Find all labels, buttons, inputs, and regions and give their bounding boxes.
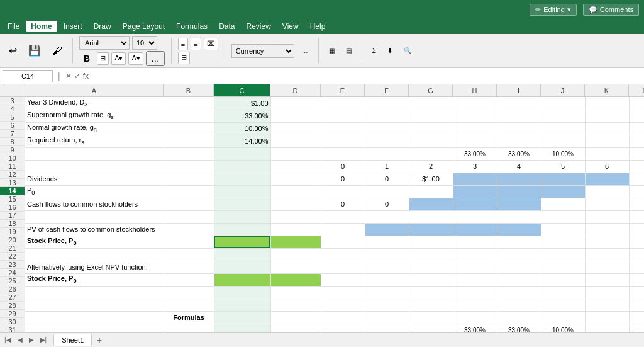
cell-k6[interactable] bbox=[585, 135, 629, 147]
cell-j21[interactable]: 10.00% bbox=[541, 324, 585, 332]
menu-draw[interactable]: Draw bbox=[89, 21, 116, 32]
cell-c7[interactable] bbox=[214, 147, 270, 160]
cell-i13[interactable] bbox=[497, 223, 541, 236]
cell-d7[interactable] bbox=[270, 147, 321, 160]
cell-i12[interactable] bbox=[497, 210, 541, 223]
cell-h11[interactable] bbox=[453, 198, 497, 210]
row-num-12[interactable]: 12 bbox=[0, 171, 25, 179]
cell-f7[interactable] bbox=[365, 147, 409, 160]
cell-j17[interactable] bbox=[541, 273, 585, 286]
cell-c21[interactable] bbox=[214, 324, 270, 332]
cell-g10[interactable] bbox=[409, 185, 453, 198]
cell-h14[interactable] bbox=[453, 236, 497, 248]
font-size-select[interactable]: 10 bbox=[132, 36, 157, 50]
cell-l14[interactable] bbox=[629, 236, 644, 248]
row-num-31[interactable]: 31 bbox=[0, 326, 25, 332]
cell-d14[interactable] bbox=[270, 236, 321, 248]
add-sheet-button[interactable]: + bbox=[92, 333, 107, 347]
cell-g5[interactable] bbox=[409, 122, 453, 135]
cell-g4[interactable] bbox=[409, 110, 453, 122]
cell-e20[interactable] bbox=[321, 311, 365, 324]
col-header-k[interactable]: K bbox=[585, 84, 629, 96]
cell-g8[interactable]: 2 bbox=[409, 160, 453, 173]
next-sheet-button[interactable]: ▶ bbox=[27, 336, 36, 343]
save-button[interactable]: 💾 bbox=[25, 37, 45, 65]
cell-l4[interactable] bbox=[629, 110, 644, 122]
cell-l19[interactable] bbox=[629, 299, 644, 311]
cell-d16[interactable] bbox=[270, 261, 321, 273]
cell-e3[interactable] bbox=[321, 97, 365, 110]
cell-f15[interactable] bbox=[365, 248, 409, 261]
cell-e11[interactable]: 0 bbox=[321, 198, 365, 210]
cell-e12[interactable] bbox=[321, 210, 365, 223]
menu-insert[interactable]: Insert bbox=[58, 21, 87, 32]
row-num-3[interactable]: 3 bbox=[0, 97, 25, 105]
fill-color-button[interactable]: A▾ bbox=[111, 52, 126, 65]
cell-l18[interactable] bbox=[629, 286, 644, 299]
cell-g17[interactable] bbox=[409, 273, 453, 286]
cell-d15[interactable] bbox=[270, 248, 321, 261]
cell-l12[interactable] bbox=[629, 210, 644, 223]
row-num-9[interactable]: 9 bbox=[0, 146, 25, 154]
cell-h6[interactable] bbox=[453, 135, 497, 147]
cell-d3[interactable] bbox=[270, 97, 321, 110]
cell-e5[interactable] bbox=[321, 122, 365, 135]
row-num-10[interactable]: 10 bbox=[0, 154, 25, 162]
cell-f17[interactable] bbox=[365, 273, 409, 286]
cell-j18[interactable] bbox=[541, 286, 585, 299]
cell-a13[interactable]: PV of cash flows to common stockholders bbox=[25, 223, 164, 236]
cell-j3[interactable] bbox=[541, 97, 585, 110]
cell-a12[interactable] bbox=[25, 210, 164, 223]
cell-f18[interactable] bbox=[365, 286, 409, 299]
cell-d21[interactable] bbox=[270, 324, 321, 332]
row-num-26[interactable]: 26 bbox=[0, 285, 25, 293]
cell-l8[interactable] bbox=[629, 160, 644, 173]
cell-b3[interactable] bbox=[164, 97, 214, 110]
cell-i4[interactable] bbox=[497, 110, 541, 122]
cell-f16[interactable] bbox=[365, 261, 409, 273]
number-format-select[interactable]: Currency General Number Percentage bbox=[231, 44, 294, 58]
col-header-a[interactable]: A bbox=[25, 84, 164, 96]
col-header-e[interactable]: E bbox=[321, 84, 365, 96]
cell-f20[interactable] bbox=[365, 311, 409, 324]
cell-a8[interactable] bbox=[25, 160, 164, 173]
cell-i15[interactable] bbox=[497, 248, 541, 261]
format-cells-button[interactable]: ⊞ bbox=[97, 52, 109, 65]
row-num-27[interactable]: 27 bbox=[0, 293, 25, 302]
cell-h16[interactable] bbox=[453, 261, 497, 273]
cell-j14[interactable] bbox=[541, 236, 585, 248]
cell-k20[interactable] bbox=[585, 311, 629, 324]
cell-h4[interactable] bbox=[453, 110, 497, 122]
cell-a3[interactable]: Year 3 Dividend, D3 bbox=[25, 97, 164, 110]
menu-data[interactable]: Data bbox=[214, 21, 240, 32]
cell-l11[interactable] bbox=[629, 198, 644, 210]
font-color-button[interactable]: A▾ bbox=[128, 52, 143, 65]
cell-g6[interactable] bbox=[409, 135, 453, 147]
row-num-16[interactable]: 16 bbox=[0, 203, 25, 212]
cell-e10[interactable] bbox=[321, 185, 365, 198]
cell-f4[interactable] bbox=[365, 110, 409, 122]
cell-b8[interactable] bbox=[164, 160, 214, 173]
cell-j9[interactable] bbox=[541, 173, 585, 185]
cell-j5[interactable] bbox=[541, 122, 585, 135]
cell-c18[interactable] bbox=[214, 286, 270, 299]
cell-f19[interactable] bbox=[365, 299, 409, 311]
cell-h5[interactable] bbox=[453, 122, 497, 135]
cell-f11[interactable]: 0 bbox=[365, 198, 409, 210]
cell-g12[interactable] bbox=[409, 210, 453, 223]
cell-a4[interactable]: Supernormal growth rate, gs bbox=[25, 110, 164, 122]
row-num-17[interactable]: 17 bbox=[0, 212, 25, 220]
cell-i18[interactable] bbox=[497, 286, 541, 299]
cell-l5[interactable] bbox=[629, 122, 644, 135]
cell-b17[interactable] bbox=[164, 273, 214, 286]
wrap-button[interactable]: ⌧ bbox=[204, 38, 218, 50]
cell-l3[interactable] bbox=[629, 97, 644, 110]
cell-g13[interactable] bbox=[409, 223, 453, 236]
cell-g16[interactable] bbox=[409, 261, 453, 273]
undo-button[interactable]: ↩ bbox=[5, 37, 21, 65]
cell-h10[interactable] bbox=[453, 185, 497, 198]
cell-b14[interactable] bbox=[164, 236, 214, 248]
cell-d8[interactable] bbox=[270, 160, 321, 173]
cell-b21[interactable] bbox=[164, 324, 214, 332]
cell-g9[interactable]: $1.00 bbox=[409, 173, 453, 185]
